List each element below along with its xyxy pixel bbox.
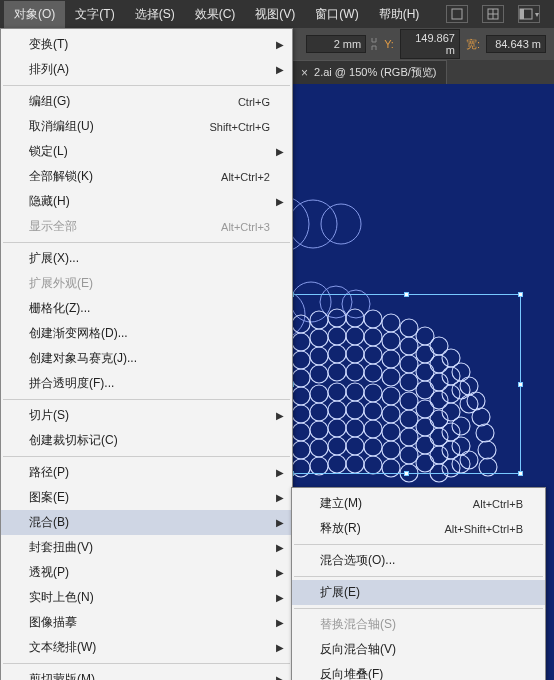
- menu-object[interactable]: 对象(O): [4, 1, 65, 28]
- svg-rect-0: [452, 9, 462, 19]
- object-menu-item[interactable]: 编组(G)Ctrl+G: [1, 89, 292, 114]
- object-menu-item[interactable]: 透视(P)▶: [1, 560, 292, 585]
- menu-item-label: 隐藏(H): [29, 193, 270, 210]
- blend-menu-item[interactable]: 释放(R)Alt+Shift+Ctrl+B: [292, 516, 545, 541]
- menu-separator: [3, 85, 290, 86]
- menu-item-label: 栅格化(Z)...: [29, 300, 270, 317]
- submenu-arrow-icon: ▶: [276, 196, 284, 207]
- layout-icon[interactable]: ▾: [518, 5, 540, 23]
- blend-menu-item[interactable]: 混合选项(O)...: [292, 548, 545, 573]
- object-menu-item[interactable]: 全部解锁(K)Alt+Ctrl+2: [1, 164, 292, 189]
- object-menu-item[interactable]: 封套扭曲(V)▶: [1, 535, 292, 560]
- menu-shortcut: Alt+Ctrl+3: [221, 221, 270, 233]
- sel-handle-s[interactable]: [404, 471, 409, 476]
- doc-icon[interactable]: [446, 5, 468, 23]
- object-menu-item[interactable]: 混合(B)▶: [1, 510, 292, 535]
- link-icon[interactable]: [370, 36, 378, 52]
- menu-item-label: 剪切蒙版(M): [29, 671, 270, 680]
- object-menu-item[interactable]: 路径(P)▶: [1, 460, 292, 485]
- close-icon[interactable]: ×: [301, 66, 308, 80]
- submenu-arrow-icon: ▶: [276, 674, 284, 680]
- menu-item-label: 创建对象马赛克(J)...: [29, 350, 270, 367]
- menu-item-label: 混合选项(O)...: [320, 552, 523, 569]
- object-menu-item[interactable]: 实时上色(N)▶: [1, 585, 292, 610]
- menu-separator: [294, 544, 543, 545]
- menu-separator: [3, 663, 290, 664]
- object-menu-item[interactable]: 创建对象马赛克(J)...: [1, 346, 292, 371]
- menu-item-label: 建立(M): [320, 495, 473, 512]
- object-menu-item[interactable]: 文本绕排(W)▶: [1, 635, 292, 660]
- submenu-arrow-icon: ▶: [276, 492, 284, 503]
- submenu-arrow-icon: ▶: [276, 617, 284, 628]
- y-field[interactable]: 149.867 m: [400, 29, 460, 59]
- object-menu-item[interactable]: 创建裁切标记(C): [1, 428, 292, 453]
- menu-item-label: 显示全部: [29, 218, 221, 235]
- object-menu-item[interactable]: 拼合透明度(F)...: [1, 371, 292, 396]
- menu-item-label: 扩展(E): [320, 584, 523, 601]
- menu-item-label: 拼合透明度(F)...: [29, 375, 270, 392]
- menu-item-label: 取消编组(U): [29, 118, 209, 135]
- menu-separator: [294, 608, 543, 609]
- object-menu-item[interactable]: 创建渐变网格(D)...: [1, 321, 292, 346]
- dropdown-blend: 建立(M)Alt+Ctrl+B释放(R)Alt+Shift+Ctrl+B混合选项…: [291, 487, 546, 680]
- grid-icon[interactable]: [482, 5, 504, 23]
- menu-shortcut: Alt+Ctrl+B: [473, 498, 523, 510]
- blend-menu-item[interactable]: 建立(M)Alt+Ctrl+B: [292, 491, 545, 516]
- tab-label: 2.ai @ 150% (RGB/预览): [314, 65, 436, 80]
- menu-effect[interactable]: 效果(C): [185, 1, 246, 28]
- blend-menu-item[interactable]: 扩展(E): [292, 580, 545, 605]
- sel-handle-n[interactable]: [404, 292, 409, 297]
- menu-item-label: 替换混合轴(S): [320, 616, 523, 633]
- object-menu-item[interactable]: 剪切蒙版(M)▶: [1, 667, 292, 680]
- object-menu-item[interactable]: 锁定(L)▶: [1, 139, 292, 164]
- sel-handle-se[interactable]: [518, 471, 523, 476]
- submenu-arrow-icon: ▶: [276, 592, 284, 603]
- menu-view[interactable]: 视图(V): [245, 1, 305, 28]
- object-menu-item[interactable]: 隐藏(H)▶: [1, 189, 292, 214]
- menu-item-label: 编组(G): [29, 93, 238, 110]
- menu-item-label: 透视(P): [29, 564, 270, 581]
- object-menu-item[interactable]: 图案(E)▶: [1, 485, 292, 510]
- w-field[interactable]: 84.643 m: [486, 35, 546, 53]
- menu-type[interactable]: 文字(T): [65, 1, 124, 28]
- file-tab[interactable]: × 2.ai @ 150% (RGB/预览): [290, 60, 447, 84]
- blend-menu-item: 替换混合轴(S): [292, 612, 545, 637]
- menu-item-label: 切片(S): [29, 407, 270, 424]
- menu-separator: [3, 242, 290, 243]
- menu-shortcut: Ctrl+G: [238, 96, 270, 108]
- sel-handle-e[interactable]: [518, 382, 523, 387]
- menu-shortcut: Alt+Shift+Ctrl+B: [444, 523, 523, 535]
- svg-point-8: [321, 204, 361, 244]
- menu-separator: [3, 456, 290, 457]
- object-menu-item[interactable]: 栅格化(Z)...: [1, 296, 292, 321]
- object-menu-item[interactable]: 变换(T)▶: [1, 32, 292, 57]
- menu-item-label: 锁定(L): [29, 143, 270, 160]
- menu-item-label: 图像描摹: [29, 614, 270, 631]
- menu-bar: 对象(O) 文字(T) 选择(S) 效果(C) 视图(V) 窗口(W) 帮助(H…: [0, 0, 554, 28]
- selection-box[interactable]: [291, 294, 521, 474]
- blend-menu-item[interactable]: 反向混合轴(V): [292, 637, 545, 662]
- menu-item-label: 反向堆叠(F): [320, 666, 523, 680]
- object-menu-item[interactable]: 排列(A)▶: [1, 57, 292, 82]
- menu-item-label: 全部解锁(K): [29, 168, 221, 185]
- dropdown-object: 变换(T)▶排列(A)▶编组(G)Ctrl+G取消编组(U)Shift+Ctrl…: [0, 28, 293, 680]
- blend-menu-item[interactable]: 反向堆叠(F): [292, 662, 545, 680]
- object-menu-item[interactable]: 扩展(X)...: [1, 246, 292, 271]
- menu-separator: [3, 399, 290, 400]
- menu-separator: [294, 576, 543, 577]
- object-menu-item[interactable]: 图像描摹▶: [1, 610, 292, 635]
- submenu-arrow-icon: ▶: [276, 542, 284, 553]
- menu-help[interactable]: 帮助(H): [369, 1, 430, 28]
- menu-item-label: 封套扭曲(V): [29, 539, 270, 556]
- object-menu-item[interactable]: 取消编组(U)Shift+Ctrl+G: [1, 114, 292, 139]
- menu-item-label: 混合(B): [29, 514, 270, 531]
- menu-item-label: 路径(P): [29, 464, 270, 481]
- submenu-arrow-icon: ▶: [276, 642, 284, 653]
- menu-select[interactable]: 选择(S): [125, 1, 185, 28]
- w-label: 宽:: [466, 37, 480, 52]
- object-menu-item[interactable]: 切片(S)▶: [1, 403, 292, 428]
- menu-item-label: 反向混合轴(V): [320, 641, 523, 658]
- menu-window[interactable]: 窗口(W): [305, 1, 368, 28]
- sel-handle-ne[interactable]: [518, 292, 523, 297]
- x-field[interactable]: 2 mm: [306, 35, 366, 53]
